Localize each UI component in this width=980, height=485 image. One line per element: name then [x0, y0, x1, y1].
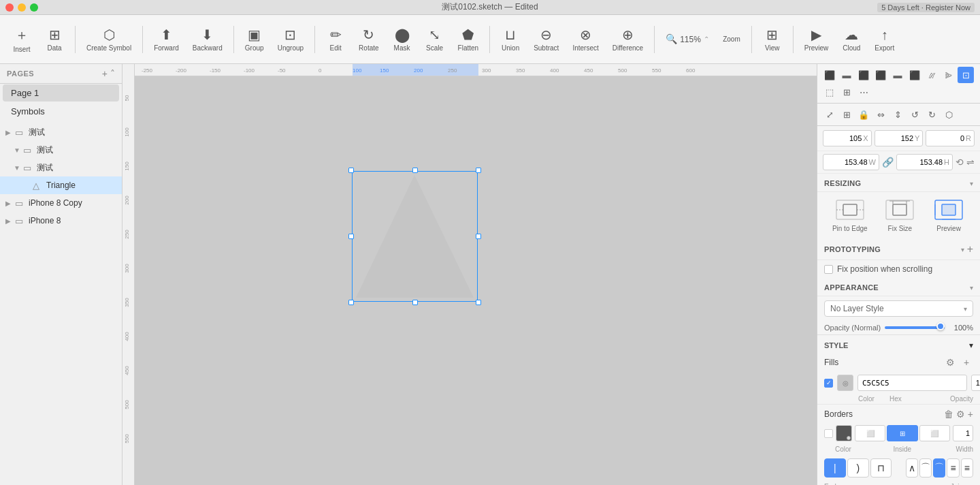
- join-extra2-button[interactable]: ≡: [961, 458, 973, 478]
- ungroup-button[interactable]: ⊡ Ungroup: [272, 24, 309, 54]
- copy-button[interactable]: ⊞: [838, 106, 855, 123]
- resizing-section-header[interactable]: RESIZING ▾: [817, 174, 980, 192]
- add-prototyping-button[interactable]: +: [967, 243, 973, 255]
- cloud-button[interactable]: ☁ Cloud: [836, 24, 866, 54]
- w-input[interactable]: [826, 158, 868, 166]
- w-field[interactable]: W: [823, 154, 879, 170]
- scale-button[interactable]: ⤡ Scale: [420, 24, 450, 54]
- y-input[interactable]: [878, 134, 913, 142]
- create-symbol-button[interactable]: ⬡ Create Symbol: [81, 24, 137, 54]
- export-button[interactable]: ↑ Export: [869, 25, 900, 54]
- flip-v-button[interactable]: ⇕: [889, 106, 906, 123]
- flip-icon[interactable]: ⇌: [966, 157, 975, 168]
- layer-toggle[interactable]: ▼: [14, 146, 23, 154]
- layer-toggle[interactable]: ▶: [5, 129, 15, 136]
- group-button[interactable]: ▣ Group: [240, 24, 270, 54]
- align-bottom-button[interactable]: ⬛: [906, 67, 923, 83]
- join-extra-button[interactable]: ≡: [947, 458, 959, 478]
- maximize-button[interactable]: [30, 3, 38, 12]
- mask-button[interactable]: ⬤ Mask: [387, 24, 417, 54]
- triangle-shape-container[interactable]: [353, 172, 477, 301]
- intersect-button[interactable]: ⊗ Intersect: [567, 24, 604, 54]
- border-enabled-checkbox[interactable]: [824, 429, 833, 438]
- border-settings-button[interactable]: ⚙: [956, 409, 965, 420]
- backward-button[interactable]: ⬇ Backward: [187, 24, 228, 54]
- align-center-h-button[interactable]: ▬: [838, 67, 855, 83]
- join-miter-button[interactable]: ∧: [906, 458, 918, 478]
- difference-button[interactable]: ⊕ Difference: [607, 24, 649, 54]
- grid-button[interactable]: ⊞: [838, 84, 855, 100]
- dist-h-button[interactable]: ⫻: [924, 67, 940, 83]
- end-square-button[interactable]: ⊓: [870, 458, 892, 478]
- layer-toggle[interactable]: ▶: [5, 217, 15, 225]
- preview-resize-button[interactable]: Preview: [932, 198, 965, 232]
- layer-item[interactable]: ▶ ▭ 测试: [0, 123, 122, 141]
- minimize-button[interactable]: [18, 3, 26, 12]
- trial-badge[interactable]: 5 Days Left · Register Now: [877, 3, 975, 12]
- lock-proportions-icon[interactable]: 🔗: [882, 157, 894, 168]
- triangle-svg[interactable]: [353, 172, 477, 301]
- end-round-button[interactable]: ): [847, 458, 869, 478]
- fill-opacity-input[interactable]: [971, 375, 980, 391]
- forward-button[interactable]: ⬆ Forward: [148, 24, 184, 54]
- more-button[interactable]: ⋯: [855, 84, 872, 100]
- align-left-button[interactable]: ⬛: [821, 67, 838, 83]
- align-center-v-button[interactable]: ▬: [889, 67, 906, 83]
- collapse-pages-button[interactable]: ˄: [110, 68, 115, 79]
- add-page-button[interactable]: +: [102, 68, 108, 79]
- data-button[interactable]: ⊞ Data: [39, 24, 69, 54]
- flip-h-button[interactable]: ⇔: [872, 106, 889, 123]
- join-round-button[interactable]: ⌒: [919, 458, 932, 478]
- y-field[interactable]: Y: [875, 130, 924, 146]
- lock-button[interactable]: 🔒: [855, 106, 872, 123]
- layer-item-triangle[interactable]: △ Triangle: [0, 176, 122, 194]
- dist-v-button[interactable]: ⫸: [941, 67, 957, 83]
- border-outside-button[interactable]: ⬜: [919, 425, 950, 441]
- transform-icon[interactable]: ⟲: [956, 157, 964, 168]
- edit-button[interactable]: ✏ Edit: [321, 24, 350, 54]
- rotate-button[interactable]: ↻ Rotate: [353, 24, 384, 54]
- add-fill-button[interactable]: +: [960, 356, 973, 369]
- add-border-button[interactable]: +: [968, 409, 973, 420]
- fill-hex-input[interactable]: [858, 375, 967, 391]
- align-right-button[interactable]: ⬛: [855, 67, 872, 83]
- border-width-input[interactable]: [953, 425, 973, 441]
- view-button[interactable]: ⊞ View: [757, 24, 787, 54]
- end-flat-button[interactable]: |: [824, 458, 846, 478]
- fit-button[interactable]: ⬚: [821, 84, 838, 100]
- symbol-button[interactable]: ⬡: [941, 106, 957, 123]
- h-input[interactable]: [900, 158, 943, 166]
- pin-to-edge-button[interactable]: Pin to Edge: [832, 198, 868, 232]
- x-field[interactable]: X: [823, 130, 872, 146]
- appearance-section-header[interactable]: APPEARANCE ▾: [817, 278, 980, 296]
- layer-style-dropdown[interactable]: No Layer Style ▾: [824, 300, 973, 317]
- fit-canvas-button[interactable]: ⤢: [821, 106, 838, 123]
- border-inside-button[interactable]: ⊞: [887, 425, 917, 441]
- canvas-area[interactable]: -250 -200 -150 -100 -50 0 100 150 200 25…: [122, 64, 817, 485]
- opacity-thumb[interactable]: [936, 322, 945, 330]
- layer-item[interactable]: ▼ ▭ 测试: [0, 159, 122, 176]
- canvas-content[interactable]: [135, 76, 817, 485]
- h-field[interactable]: H: [896, 154, 953, 170]
- layer-toggle[interactable]: ▶: [5, 200, 15, 207]
- layer-toggle[interactable]: ▼: [14, 164, 23, 172]
- page-item-page1[interactable]: Page 1: [3, 84, 119, 101]
- fix-position-checkbox[interactable]: [824, 265, 833, 274]
- border-center-button[interactable]: ⬜: [855, 425, 885, 441]
- layer-item[interactable]: ▼ ▭ 测试: [0, 141, 122, 159]
- close-button[interactable]: [5, 3, 14, 12]
- union-button[interactable]: ⊔ Union: [495, 24, 525, 54]
- layer-item-iphone[interactable]: ▶ ▭ iPhone 8: [0, 212, 122, 230]
- align-top-button[interactable]: ⬛: [872, 67, 889, 83]
- page-item-symbols[interactable]: Symbols: [3, 103, 119, 120]
- layer-item-iphone-copy[interactable]: ▶ ▭ iPhone 8 Copy: [0, 194, 122, 212]
- r-field[interactable]: R: [926, 130, 975, 146]
- border-color-picker[interactable]: [836, 425, 852, 441]
- fill-settings-button[interactable]: ⚙: [943, 356, 957, 369]
- insert-button[interactable]: ＋ Insert: [7, 23, 37, 56]
- border-delete-button[interactable]: 🗑: [944, 409, 953, 420]
- r-input[interactable]: [929, 134, 964, 142]
- style-section-header[interactable]: STYLE ▾: [817, 334, 980, 353]
- fill-enabled-checkbox[interactable]: [824, 379, 833, 388]
- fill-color-picker[interactable]: ◎: [837, 375, 853, 391]
